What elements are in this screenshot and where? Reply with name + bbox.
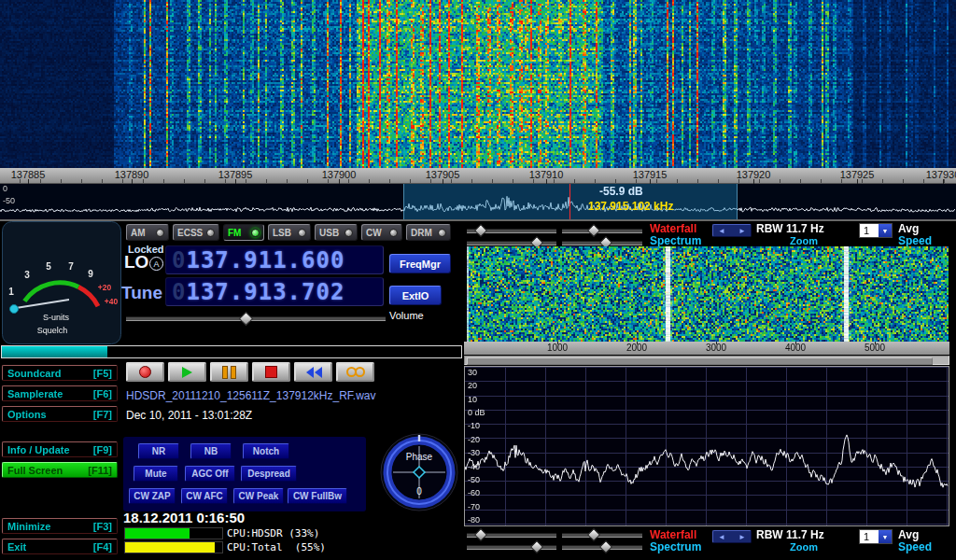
despread-button[interactable]: Despread	[241, 466, 297, 482]
pause-icon	[222, 366, 236, 379]
smeter-tick: +40	[105, 297, 119, 306]
sp2b-offset-slider[interactable]	[562, 541, 642, 552]
mode-led-icon	[438, 229, 446, 237]
mode-lsb-button[interactable]: LSB	[268, 224, 311, 241]
cw-fullbw-button[interactable]: CW FullBw	[288, 488, 347, 504]
mode-ecss-button[interactable]: ECSS	[173, 224, 219, 241]
zoom-left-arrow-icon[interactable]: ◄	[718, 533, 725, 541]
squelch-handle[interactable]	[10, 305, 19, 314]
zoom-arrows-bottom[interactable]: ◄ ►	[712, 530, 752, 543]
nb-button[interactable]: NB	[190, 443, 232, 459]
menu-key: [F11]	[88, 465, 112, 476]
samplerate-button[interactable]: Samplerate[F6]	[2, 385, 118, 401]
slider-track	[562, 229, 642, 233]
soundcard-button[interactable]: Soundcard[F5]	[2, 365, 118, 381]
loop-button[interactable]	[336, 362, 374, 382]
zoom-right-arrow-icon[interactable]: ►	[738, 227, 746, 235]
lo-frequency-value: 137.911.600	[186, 247, 344, 273]
minimize-button[interactable]: Minimize[F3]	[2, 518, 118, 534]
slider-handle[interactable]	[530, 540, 543, 553]
avg-combobox[interactable]: 1 ▼	[859, 223, 893, 238]
mode-label: DRM	[411, 228, 432, 238]
rewind-icon	[305, 367, 322, 378]
mode-fm-button[interactable]: FM	[223, 224, 264, 241]
zoom-left-arrow-icon[interactable]: ◄	[718, 227, 725, 235]
tune-frequency-value: 137.913.702	[186, 279, 344, 305]
af-pan-scrollbar[interactable]	[464, 356, 949, 365]
slider-handle[interactable]	[587, 224, 600, 237]
wf2b-contrast-slider[interactable]	[467, 529, 556, 539]
scale-label: 137920	[724, 169, 783, 180]
spectrum-mode-label-bottom[interactable]: Spectrum	[650, 540, 701, 553]
mode-usb-button[interactable]: USB	[315, 224, 358, 241]
scrollbar-thumb[interactable]	[467, 357, 933, 365]
mode-cw-button[interactable]: CW	[361, 224, 402, 241]
slider-handle[interactable]	[587, 528, 600, 541]
play-button[interactable]	[168, 362, 206, 382]
axis-label: 1000	[534, 343, 581, 353]
record-button[interactable]	[126, 362, 164, 382]
slider-handle[interactable]	[474, 224, 487, 237]
menu-label: Samplerate	[7, 388, 63, 399]
mode-led-icon	[344, 229, 353, 237]
freqmgr-button[interactable]: FreqMgr	[389, 254, 451, 273]
options-button[interactable]: Options[F7]	[2, 406, 118, 422]
overview-spectrum[interactable]: 0 -50 -55.9 dB 137.915.102 kHz	[0, 184, 956, 219]
cw-zap-button[interactable]: CW ZAP	[129, 488, 176, 504]
tune-frequency-display[interactable]: 0137.913.702	[165, 277, 384, 306]
frequency-scale[interactable]: 137885 137890 137895 137900 137905 13791…	[0, 168, 956, 184]
notch-button[interactable]: Notch	[243, 443, 289, 459]
passband-highlight[interactable]	[403, 184, 738, 219]
main-waterfall-display[interactable]	[0, 0, 956, 168]
rbw-readout-bottom: RBW 11.7 Hz	[756, 528, 824, 541]
zoom-arrows[interactable]: ◄ ►	[712, 224, 752, 237]
exit-button[interactable]: Exit[F4]	[2, 539, 118, 554]
mode-am-button[interactable]: AM	[126, 224, 169, 241]
lo-frequency-display[interactable]: 0137.911.600	[165, 245, 384, 274]
slider-handle[interactable]	[239, 312, 254, 327]
cw-afc-button[interactable]: CW AFC	[181, 488, 228, 504]
audio-level-fill	[2, 346, 107, 357]
pause-button[interactable]	[210, 362, 248, 382]
slider-handle[interactable]	[599, 540, 612, 553]
phase-dial[interactable]: Phase 0	[380, 433, 458, 511]
volume-slider[interactable]	[126, 313, 386, 323]
scale-label: 137885	[0, 169, 58, 180]
wav-file-name: HDSDR_20111210_125611Z_137912kHz_RF.wav	[126, 389, 376, 402]
menu-key: [F3]	[93, 521, 112, 532]
avg-combobox-bottom[interactable]: 1 ▼	[859, 529, 893, 544]
stop-button[interactable]	[252, 362, 290, 382]
combobox-dropdown-icon[interactable]: ▼	[879, 224, 892, 237]
sp2b-range-slider[interactable]	[467, 541, 556, 552]
phase-label: Phase	[406, 452, 433, 462]
af-waterfall-display[interactable]	[467, 246, 949, 342]
lo-sync-badge[interactable]: A	[149, 257, 163, 271]
menu-label: Full Screen	[7, 465, 63, 476]
combobox-dropdown-icon[interactable]: ▼	[879, 530, 892, 543]
waterfall-mode-label-bottom[interactable]: Waterfall	[650, 528, 696, 541]
slider-handle[interactable]	[474, 528, 487, 541]
info-update-button[interactable]: Info / Update[F9]	[2, 441, 118, 457]
af-spectrum-display[interactable]: 30 20 10 0 dB -10 -20 -30 -40 -50 -60 -7…	[464, 366, 949, 526]
axis-label: 2000	[613, 343, 660, 353]
wf2b-brightness-slider[interactable]	[562, 529, 642, 539]
rewind-button[interactable]	[294, 362, 332, 382]
agc-button[interactable]: AGC Off	[185, 466, 235, 482]
nr-button[interactable]: NR	[138, 443, 179, 459]
wf2-contrast-slider[interactable]	[467, 225, 556, 235]
spectrum-mode-label[interactable]: Spectrum	[650, 234, 701, 247]
hdsdr-window: 137885 137890 137895 137900 137905 13791…	[0, 0, 956, 560]
mute-button[interactable]: Mute	[134, 466, 178, 482]
waterfall-mode-label[interactable]: Waterfall	[650, 222, 696, 235]
extio-button[interactable]: ExtIO	[389, 286, 442, 305]
af-spectrum-trace	[465, 367, 949, 525]
smeter-units-label: S-units	[43, 313, 70, 322]
menu-label: Soundcard	[7, 368, 61, 379]
fullscreen-button[interactable]: Full Screen[F11]	[2, 462, 118, 478]
cw-peak-button[interactable]: CW Peak	[233, 488, 284, 504]
zoom-label: Zoom	[790, 235, 818, 246]
zoom-right-arrow-icon[interactable]: ►	[738, 533, 746, 541]
mode-drm-button[interactable]: DRM	[406, 224, 451, 241]
mode-led-icon	[389, 229, 398, 237]
wf2-brightness-slider[interactable]	[562, 225, 642, 235]
